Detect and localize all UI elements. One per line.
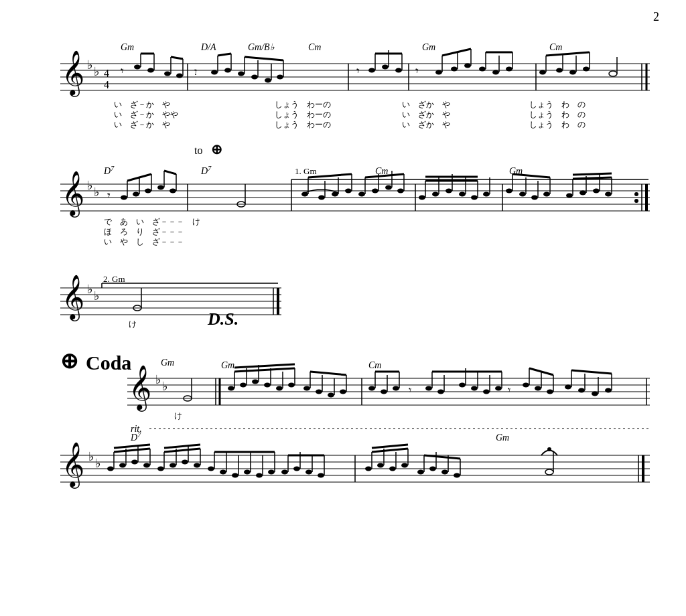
svg-point-162 — [593, 189, 600, 194]
svg-point-100 — [634, 192, 638, 196]
svg-point-235 — [483, 390, 490, 394]
svg-point-57 — [492, 70, 499, 75]
staff-coda-1: 𝄞 ♭ ♭ Gm Cm — [127, 360, 650, 412]
svg-point-16 — [147, 68, 154, 73]
svg-point-33 — [265, 78, 271, 83]
svg-text:しょう　わ　の: しょう わ の — [529, 120, 586, 129]
svg-point-330 — [547, 447, 551, 451]
svg-point-210 — [303, 386, 310, 391]
svg-line-54 — [442, 49, 471, 56]
staff-1: 𝄞 ♭ ♭ 4 4 Gm D/A Gm/B♭ Cm Gm Cm — [60, 42, 650, 97]
chord-gm-1: Gm — [121, 42, 134, 52]
treble-clef-2: 𝄞 — [62, 171, 84, 218]
svg-point-219 — [368, 386, 375, 391]
svg-point-59 — [506, 67, 512, 72]
chord-d7-1: D7 — [103, 165, 115, 177]
svg-text:で　あ　い　ざ－－－　け: で あ い ざ－－－ け — [104, 217, 200, 226]
svg-point-27 — [224, 68, 231, 73]
svg-point-137 — [432, 192, 439, 197]
svg-point-68 — [583, 67, 590, 72]
svg-point-221 — [381, 390, 387, 394]
svg-line-209 — [234, 364, 295, 368]
lyrics-1: い ざ－か や しょう わーの い ざか や しょう わ の い ざ－か やや … — [114, 100, 586, 129]
svg-point-279 — [169, 463, 176, 468]
page-number: 2 — [653, 10, 659, 24]
volta-1: 1. Gm — [295, 166, 317, 176]
svg-text:𝄾: 𝄾 — [415, 68, 419, 74]
svg-point-309 — [365, 467, 372, 471]
svg-point-121 — [332, 192, 338, 197]
svg-point-130 — [385, 185, 392, 190]
svg-point-250 — [578, 388, 585, 393]
svg-point-55 — [479, 67, 486, 72]
svg-point-202 — [264, 383, 271, 388]
svg-point-231 — [459, 383, 466, 388]
svg-point-29 — [238, 72, 245, 76]
svg-point-325 — [454, 473, 460, 478]
svg-point-149 — [506, 189, 512, 194]
svg-text:𝄾: 𝄾 — [121, 68, 124, 74]
page: 2 𝄞 ♭ ♭ 4 4 Gm D/A Gm/B♭ Cm Gm — [0, 0, 686, 616]
chord-cm-2: Cm — [549, 42, 562, 52]
svg-point-117 — [301, 192, 308, 197]
chord-cm-1: Cm — [308, 42, 321, 52]
svg-point-40 — [368, 68, 375, 73]
svg-line-318 — [372, 445, 408, 448]
svg-line-317 — [372, 449, 408, 452]
svg-point-126 — [358, 192, 365, 197]
coda-gm2: Gm — [221, 360, 234, 370]
svg-point-50 — [451, 67, 458, 72]
svg-point-315 — [401, 463, 408, 468]
svg-point-71 — [609, 71, 617, 76]
svg-line-285 — [164, 449, 200, 452]
svg-text:い　ざ－か　や: い ざ－か や — [114, 100, 170, 109]
svg-text:♭: ♭ — [94, 185, 99, 199]
svg-point-107 — [145, 189, 151, 194]
svg-point-206 — [288, 383, 295, 388]
chord-cm-3: Cm — [375, 166, 388, 176]
svg-line-256 — [571, 370, 612, 374]
svg-point-214 — [328, 393, 334, 398]
treble-clef-coda1: 𝄞 — [129, 365, 151, 412]
svg-point-297 — [268, 470, 275, 475]
svg-point-31 — [251, 75, 258, 80]
svg-text:い　ざか　や: い ざか や — [402, 100, 450, 109]
svg-point-300 — [281, 470, 288, 475]
svg-point-216 — [340, 390, 346, 394]
svg-point-273 — [143, 463, 150, 468]
svg-point-21 — [176, 74, 183, 78]
svg-point-227 — [425, 386, 432, 391]
chord-gm-2: Gm — [422, 42, 435, 52]
svg-point-141 — [459, 192, 466, 197]
svg-point-306 — [318, 473, 324, 478]
svg-point-248 — [565, 385, 571, 390]
svg-line-275 — [114, 449, 150, 452]
chord-gmbb: Gm/B♭ — [248, 42, 275, 52]
svg-line-218 — [310, 372, 346, 375]
svg-point-112 — [169, 189, 176, 194]
coda-cm: Cm — [368, 360, 381, 370]
coda-symbol-ref: ⊕ — [211, 142, 222, 157]
coda-d7: D7 — [130, 431, 141, 443]
svg-point-66 — [569, 70, 576, 75]
coda-label: Coda — [86, 352, 131, 374]
svg-point-101 — [634, 199, 638, 203]
svg-point-198 — [240, 383, 247, 388]
coda-symbol-main: ⊕ — [60, 349, 78, 373]
svg-text:しょう　わーの: しょう わーの — [275, 110, 331, 119]
svg-point-243 — [535, 386, 541, 391]
svg-point-241 — [523, 383, 529, 388]
svg-point-267 — [107, 467, 114, 471]
chord-d7-2: D7 — [200, 165, 212, 177]
svg-point-223 — [393, 386, 399, 391]
lyrics-2: で あ い ざ－－－ け ほ ろ り ざ－－－ い や し ざ－－－ — [104, 217, 200, 246]
svg-line-167 — [573, 173, 612, 175]
svg-point-35 — [277, 75, 283, 80]
svg-point-283 — [194, 463, 200, 468]
flat-1: ♭ — [87, 58, 92, 72]
svg-point-204 — [276, 386, 283, 391]
volta-2: 2. Gm — [103, 274, 125, 284]
svg-point-158 — [566, 194, 573, 198]
svg-point-153 — [531, 196, 538, 200]
coda-lyric: け — [174, 411, 182, 420]
